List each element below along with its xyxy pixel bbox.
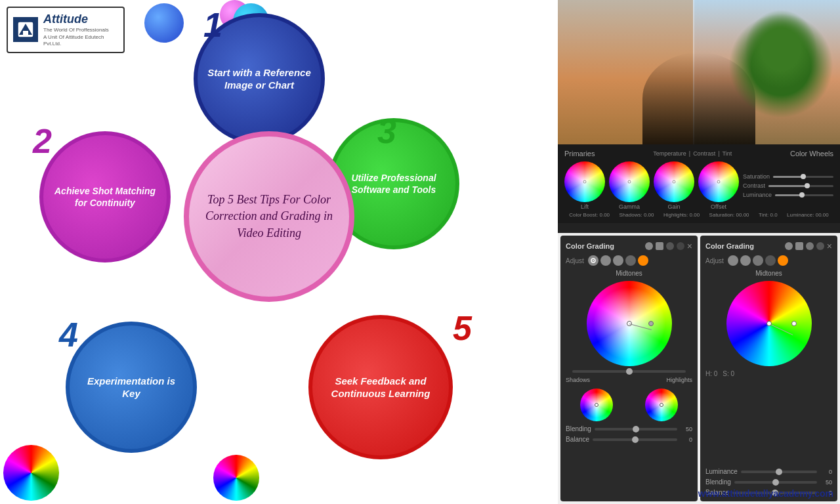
gp2-hs: H: 0 S: 0 xyxy=(705,370,832,377)
gp2-midtones: Midtones xyxy=(705,270,832,277)
gp1-midtones: Midtones xyxy=(566,270,692,277)
gp2-adjust: Adjust xyxy=(705,255,832,266)
tip-circle-2: Achieve Shot Matching for Continuity xyxy=(39,131,171,262)
gp1-dot3 xyxy=(666,242,674,250)
number-1: 1 xyxy=(203,5,222,45)
deco-ball-bottomleft xyxy=(3,445,59,501)
website-url: www.attitudetallyacademy.com xyxy=(698,488,833,499)
svg-point-5 xyxy=(628,180,631,183)
gp2-title: Color Grading xyxy=(705,242,754,250)
gp2-dot1 xyxy=(785,242,793,250)
video-scene xyxy=(558,0,840,144)
video-preview: Primaries Temperature | Contrast | Tint … xyxy=(558,0,840,233)
gp1-title: Color Grading xyxy=(566,242,614,250)
tip-text-4: Experimentation is Key xyxy=(70,365,193,410)
svg-point-9 xyxy=(593,260,594,261)
deco-ball-bottomright xyxy=(213,455,259,501)
gp1-dot4 xyxy=(677,242,684,250)
svg-point-6 xyxy=(673,180,675,183)
gp2-close[interactable]: × xyxy=(827,241,832,251)
gp2-wheel-container xyxy=(705,281,832,366)
colorwheels-label: Color Wheels xyxy=(790,150,833,158)
tip-text-1: Start with a Reference Image or Chart xyxy=(198,56,321,102)
bottom-panels: Color Grading × Adjust xyxy=(558,233,840,504)
grading-panel-2: Color Grading × Adjust xyxy=(700,236,837,501)
center-area: 1 2 3 4 5 Start with a Reference Image o… xyxy=(0,0,525,504)
gp1-brightness-slider[interactable] xyxy=(566,370,692,373)
svg-point-7 xyxy=(717,180,720,183)
gp1-sh-labels: Shadows Highlights xyxy=(566,377,692,383)
gp2-dot2 xyxy=(795,242,803,250)
number-5: 5 xyxy=(453,308,472,348)
main-circle-text: Top 5 Best Tips For Color Correction and… xyxy=(189,185,349,248)
tip-circle-5: Seek Feedback and Continuous Learning xyxy=(308,315,453,459)
primaries-label: Primaries xyxy=(564,150,595,158)
cw-sliders: Saturation Contrast Luminance xyxy=(743,173,833,198)
number-3: 3 xyxy=(377,112,396,151)
grading-panel-1: Color Grading × Adjust xyxy=(560,236,698,501)
cw-lift: Lift xyxy=(564,161,605,210)
gp2-dot3 xyxy=(806,242,814,250)
cw-gamma: Gamma xyxy=(609,161,650,210)
tip-text-2: Achieve Shot Matching for Continuity xyxy=(43,175,167,219)
gp1-dot1 xyxy=(645,242,653,250)
gp1-close[interactable]: × xyxy=(687,241,692,251)
gp1-adjust: Adjust xyxy=(566,255,692,266)
deco-ball-topleft xyxy=(144,3,184,43)
cw-gain: Gain xyxy=(654,161,694,210)
gp1-wheel-container xyxy=(566,281,692,366)
right-panel: Primaries Temperature | Contrast | Tint … xyxy=(558,0,840,504)
main-circle: Top 5 Best Tips For Color Correction and… xyxy=(184,131,354,302)
primaries-panel: Primaries Temperature | Contrast | Tint … xyxy=(558,144,840,223)
cw-offset: Offset xyxy=(698,161,739,210)
gp1-bottom-sliders: Blending 50 Balance 0 xyxy=(566,425,692,443)
gp1-dot2 xyxy=(656,242,663,250)
tip-circle-4: Experimentation is Key xyxy=(66,322,197,453)
gp1-small-wheels xyxy=(566,388,692,421)
number-2: 2 xyxy=(33,121,52,161)
tip-text-5: Seek Feedback and Continuous Learning xyxy=(312,365,449,410)
svg-point-4 xyxy=(583,180,586,183)
number-4: 4 xyxy=(59,315,78,354)
gp2-dot4 xyxy=(816,242,824,250)
